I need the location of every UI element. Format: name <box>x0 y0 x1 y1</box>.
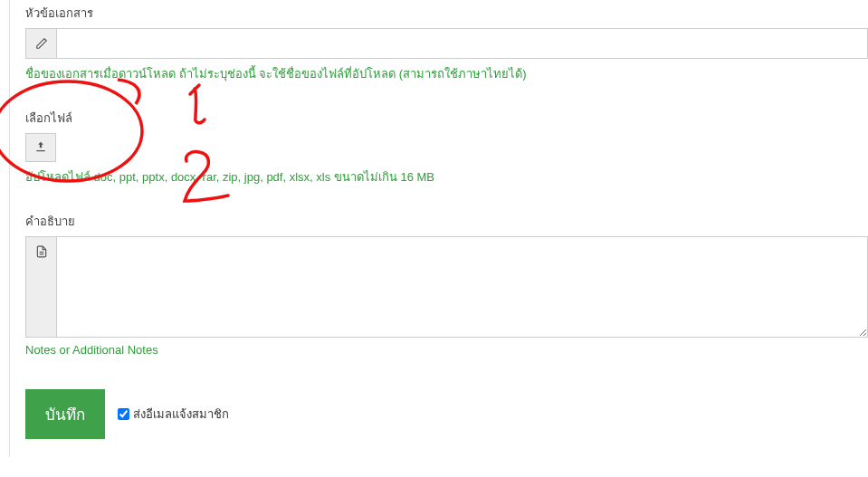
description-notes: Notes or Additional Notes <box>25 343 868 357</box>
file-label: เลือกไฟล์ <box>25 109 868 128</box>
description-group <box>25 236 868 338</box>
notify-checkbox-wrap[interactable]: ส่งอีเมลแจ้งสมาชิก <box>118 405 229 424</box>
action-row: บันทึก ส่งอีเมลแจ้งสมาชิก <box>25 389 868 439</box>
left-divider <box>9 0 10 457</box>
save-button[interactable]: บันทึก <box>25 389 105 439</box>
title-input-group <box>25 28 868 59</box>
notify-checkbox[interactable] <box>118 408 129 420</box>
description-section: คำอธิบาย Notes or Additional Notes <box>25 212 868 357</box>
upload-button[interactable] <box>25 133 56 162</box>
title-help: ชื่อของเอกสารเมื่อดาวน์โหลด ถ้าไม่ระบุช่… <box>25 64 868 83</box>
upload-icon <box>34 140 47 156</box>
pencil-icon <box>26 29 57 58</box>
document-icon <box>26 237 57 337</box>
title-section: หัวข้อเอกสาร ชื่อของเอกสารเมื่อดาวน์โหลด… <box>25 4 868 83</box>
title-label: หัวข้อเอกสาร <box>25 4 868 23</box>
notify-label: ส่งอีเมลแจ้งสมาชิก <box>133 405 229 424</box>
title-input[interactable] <box>57 29 867 58</box>
file-section: เลือกไฟล์ อัปโหลดไฟล์ doc, ppt, pptx, do… <box>25 109 868 186</box>
description-textarea[interactable] <box>57 237 867 337</box>
description-label: คำอธิบาย <box>25 212 868 231</box>
file-help: อัปโหลดไฟล์ doc, ppt, pptx, docx, rar, z… <box>25 167 868 186</box>
